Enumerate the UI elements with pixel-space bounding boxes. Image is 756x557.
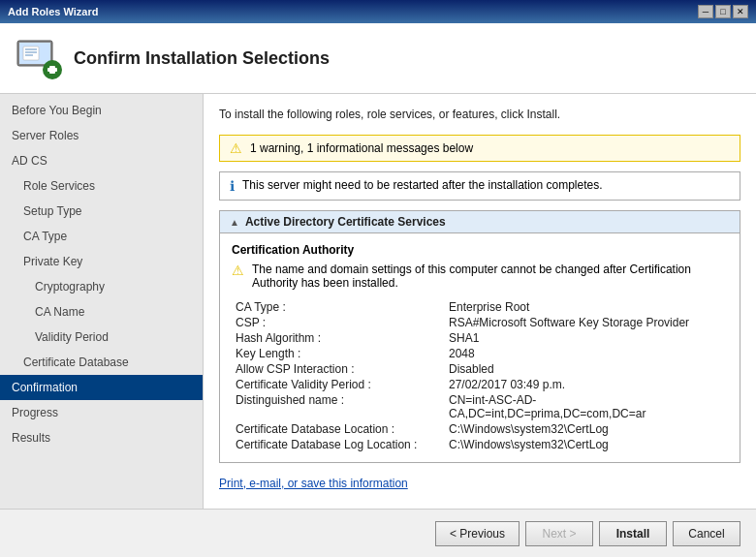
next-button[interactable]: Next > (525, 521, 593, 546)
info-icon: ℹ (230, 178, 235, 194)
table-row: Certificate Validity Period :27/02/2017 … (232, 377, 728, 392)
warning-bar: ⚠ 1 warning, 1 informational messages be… (219, 135, 740, 162)
info-text: This server might need to be restarted a… (242, 178, 603, 192)
sidebar-item-ca-type[interactable]: CA Type (0, 224, 203, 249)
close-button[interactable]: ✕ (733, 5, 748, 18)
svg-rect-4 (47, 68, 57, 72)
section-header: ▲ Active Directory Certificate Services (220, 211, 740, 233)
sidebar: Before You BeginServer RolesAD CSRole Se… (0, 94, 204, 509)
table-row: Certificate Database Location :C:\Window… (232, 421, 728, 437)
previous-button[interactable]: < Previous (435, 521, 520, 546)
inner-warning: ⚠ The name and domain settings of this c… (232, 263, 728, 290)
sidebar-item-cryptography[interactable]: Cryptography (0, 274, 203, 299)
warning-text: 1 warning, 1 informational messages belo… (250, 141, 473, 155)
sidebar-item-server-roles[interactable]: Server Roles (0, 123, 203, 148)
sidebar-item-certificate-database[interactable]: Certificate Database (0, 350, 203, 375)
dialog-footer: < Previous Next > Install Cancel (0, 509, 756, 557)
install-button[interactable]: Install (599, 521, 667, 546)
sidebar-item-results[interactable]: Results (0, 425, 203, 450)
page-title: Confirm Installation Selections (74, 48, 330, 69)
subsection-title: Certification Authority (232, 243, 728, 257)
cancel-button[interactable]: Cancel (673, 521, 740, 546)
section-box: ▲ Active Directory Certificate Services … (219, 210, 740, 463)
sidebar-item-ad-cs[interactable]: AD CS (0, 148, 203, 173)
table-row: Certificate Database Log Location :C:\Wi… (232, 437, 728, 452)
title-bar-controls: ─ □ ✕ (698, 5, 748, 18)
svg-rect-5 (23, 46, 39, 60)
chevron-icon[interactable]: ▲ (230, 217, 239, 228)
table-row: Allow CSP Interaction :Disabled (232, 361, 728, 377)
table-row: CA Type :Enterprise Root (232, 299, 728, 315)
table-row: Key Length :2048 (232, 346, 728, 361)
section-header-text: Active Directory Certificate Services (245, 215, 446, 229)
sidebar-item-ca-name[interactable]: CA Name (0, 299, 203, 325)
table-row: Distinguished name :CN=int-ASC-AD-CA,DC=… (232, 392, 728, 421)
sidebar-item-role-services[interactable]: Role Services (0, 173, 203, 199)
title-bar: Add Roles Wizard ─ □ ✕ (0, 0, 756, 23)
sidebar-item-setup-type[interactable]: Setup Type (0, 199, 203, 224)
dialog: Confirm Installation Selections Before Y… (0, 23, 756, 557)
link-area: Print, e-mail, or save this information (219, 473, 740, 494)
wizard-icon (16, 35, 62, 81)
title-bar-text: Add Roles Wizard (8, 6, 98, 17)
minimize-button[interactable]: ─ (698, 5, 713, 18)
table-row: Hash Algorithm :SHA1 (232, 330, 728, 346)
print-link[interactable]: Print, e-mail, or save this information (219, 477, 408, 490)
info-bar: ℹ This server might need to be restarted… (219, 171, 740, 201)
sidebar-item-before-you-begin[interactable]: Before You Begin (0, 98, 203, 123)
data-table: CA Type :Enterprise RootCSP :RSA#Microso… (232, 299, 728, 452)
sidebar-item-validity-period[interactable]: Validity Period (0, 325, 203, 350)
warning-icon: ⚠ (230, 140, 242, 156)
sidebar-item-progress[interactable]: Progress (0, 400, 203, 425)
content-area: To install the following roles, role ser… (204, 94, 756, 509)
section-content: Certification Authority ⚠ The name and d… (220, 233, 740, 462)
inner-warning-text: The name and domain settings of this com… (252, 263, 728, 290)
sidebar-item-confirmation[interactable]: Confirmation (0, 375, 203, 400)
dialog-header: Confirm Installation Selections (0, 23, 756, 94)
table-row: CSP :RSA#Microsoft Software Key Storage … (232, 315, 728, 330)
dialog-body: Before You BeginServer RolesAD CSRole Se… (0, 94, 756, 509)
sidebar-item-private-key[interactable]: Private Key (0, 249, 203, 274)
intro-text: To install the following roles, role ser… (219, 108, 740, 121)
maximize-button[interactable]: □ (715, 5, 731, 18)
inner-warning-icon: ⚠ (232, 263, 244, 278)
